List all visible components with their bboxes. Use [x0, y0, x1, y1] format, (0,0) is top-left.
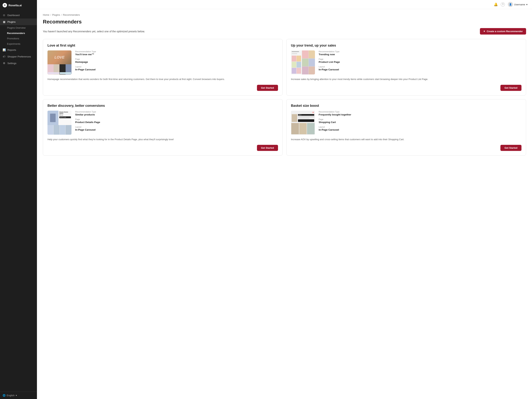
page-label-basket: Page	[319, 118, 521, 120]
user-chevron-icon: ▾	[526, 3, 528, 6]
basket-close-icon: ✕	[312, 111, 314, 114]
rec-type-value-basket: Frequently bought together	[319, 113, 521, 116]
trend-right-6	[309, 66, 315, 75]
trend-right-4	[309, 58, 315, 66]
rec-type-value-love: You'll love me™	[75, 53, 278, 56]
globe-icon: 🌐	[3, 394, 6, 397]
breadcrumb-sep-1: /	[51, 13, 51, 16]
trend-thumb-6	[297, 68, 301, 74]
sidebar-nav: ⊙ Dashboard ▦ Plugins Plugins Overview R…	[0, 10, 37, 392]
card-love-at-first-sight: Love at first sight LOVE	[43, 39, 283, 95]
rec-type-label-love: Recommendation Type	[75, 51, 278, 53]
sidebar-item-label-settings: Settings	[7, 62, 16, 65]
basket-price-tag: $95.00	[298, 114, 314, 116]
card-basket-size-boost: Basket size boost ✕ $95.00	[286, 99, 526, 156]
layout-label-basket: Layout	[319, 126, 521, 128]
page-title: Recommenders	[43, 19, 526, 25]
avatar: 👤	[508, 2, 513, 7]
basket-top: ✕ $95.00	[291, 111, 315, 123]
page-value-love: Homepage	[75, 61, 278, 63]
card-info-basket: Recommendation Type Frequently bought to…	[319, 111, 521, 135]
sidebar-item-label-reports: Reports	[7, 49, 16, 51]
card-meta-layout-love: Layout In-Page Carousel	[75, 66, 278, 71]
sidebar-subitem-plugins-overview[interactable]: Plugins Overview	[0, 25, 37, 31]
username-label: Username	[514, 3, 525, 6]
basket-rec-1	[291, 123, 299, 134]
sidebar-item-dashboard[interactable]: ⊙ Dashboard	[0, 12, 37, 19]
basket-item-details: $95.00	[298, 114, 314, 122]
card-footer-basket: Get Started	[291, 145, 521, 151]
preview-similar-top: Classic Denim Jacket $59.00 ADD TO CART	[47, 111, 71, 125]
trend-grid	[292, 56, 301, 74]
trend-right-1	[302, 51, 309, 58]
card-description-basket: Increase AOV by upselling and cross-sell…	[291, 138, 521, 141]
trend-thumb-4	[297, 62, 301, 68]
page-value-trend: Product List Page	[319, 61, 521, 63]
sim-b2	[54, 125, 59, 135]
card-info-discovery: Recommendation Type Similar products Pag…	[75, 111, 278, 135]
card-body-love: LOVE	[47, 51, 278, 75]
card-meta-layout-basket: Layout In-Page Carousel	[319, 126, 521, 131]
sidebar-item-reports[interactable]: 📊 Reports	[0, 47, 37, 53]
breadcrumb-sep-2: /	[61, 13, 62, 16]
subtitle-row: You haven't launched any Recommenders ye…	[43, 28, 526, 35]
page-label-discovery: Page	[75, 118, 278, 120]
sidebar-item-shopper-preferences[interactable]: 🏷 Shopper Preferences	[0, 53, 37, 60]
card-title-discovery: Better discovery, better conversions	[47, 104, 278, 108]
card-meta-layout-discovery: Layout In-Page Carousel	[75, 126, 278, 131]
sidebar-subitem-promotions[interactable]: Promotions	[0, 36, 37, 41]
page-label-love: Page	[75, 58, 278, 60]
svg-rect-0	[50, 114, 56, 122]
reports-icon: 📊	[3, 48, 6, 51]
help-icon[interactable]: ?	[501, 2, 505, 6]
shopper-preferences-icon: 🏷	[3, 55, 6, 58]
card-meta-rec-type-love: Recommendation Type You'll love me™	[75, 51, 278, 56]
get-started-button-basket[interactable]: Get Started	[500, 145, 521, 151]
get-started-button-trend[interactable]: Get Started	[500, 85, 521, 91]
card-description-discovery: Help your customers quickly find what th…	[47, 138, 278, 141]
trend-line-1	[292, 51, 299, 52]
topbar: 🔔 ? 👤 Username ▾	[37, 0, 532, 9]
layout-value-love: In-Page Carousel	[75, 68, 278, 71]
breadcrumb: Home / Plugins / Recommenders	[43, 13, 526, 16]
card-preview-love: LOVE	[47, 51, 71, 75]
notification-icon[interactable]: 🔔	[494, 2, 498, 6]
sidebar-item-plugins[interactable]: ▦ Plugins	[0, 19, 37, 25]
card-title-trend: Up your trend, up your sales	[291, 44, 521, 47]
page-content: Home / Plugins / Recommenders Recommende…	[37, 9, 532, 399]
card-meta-layout-trend: Layout In-Page Carousel	[319, 66, 521, 71]
basket-item-row: $95.00	[291, 114, 315, 123]
rec-type-label-discovery: Recommendation Type	[75, 111, 278, 113]
breadcrumb-plugins[interactable]: Plugins	[52, 13, 60, 16]
sidebar-logo[interactable]: R Rosetta.ai	[0, 0, 37, 10]
create-recommender-button[interactable]: ✦ Create a custom Recommender	[480, 28, 526, 35]
rec-type-label-basket: Recommendation Type	[319, 111, 521, 113]
page-value-basket: Shopping Cart	[319, 121, 521, 124]
get-started-button-love[interactable]: Get Started	[257, 85, 278, 91]
create-button-label: Create a custom Recommender	[487, 30, 523, 33]
card-better-discovery: Better discovery, better conversions	[43, 99, 283, 156]
sim-main-image	[47, 111, 58, 125]
sidebar-subitem-recommenders[interactable]: Recommenders	[0, 31, 37, 36]
breadcrumb-home[interactable]: Home	[43, 13, 49, 16]
card-body-basket: ✕ $95.00	[291, 111, 521, 135]
get-started-button-discovery[interactable]: Get Started	[257, 145, 278, 151]
sidebar-language-switcher[interactable]: 🌐 English ▾	[0, 392, 37, 399]
page-value-discovery: Product Details Page	[75, 121, 278, 124]
layout-label-love: Layout	[75, 66, 278, 68]
sim-b1	[47, 125, 53, 135]
card-preview-trend	[291, 51, 315, 75]
basket-item-image	[292, 114, 297, 122]
trend-right-5	[302, 66, 309, 75]
layout-value-discovery: In-Page Carousel	[75, 128, 278, 131]
dashboard-icon: ⊙	[3, 14, 6, 17]
rec-type-value-discovery: Similar products	[75, 113, 278, 116]
user-menu[interactable]: 👤 Username ▾	[508, 2, 528, 7]
sidebar-item-settings[interactable]: ⚙ Settings	[0, 60, 37, 66]
main-content: 🔔 ? 👤 Username ▾ Home / Plugins / Recomm…	[37, 0, 532, 399]
card-up-your-trend: Up your trend, up your sales	[286, 39, 526, 95]
card-footer-trend: Get Started	[291, 85, 521, 91]
rec-type-value-trend: Trending now	[319, 53, 521, 56]
sidebar-subitem-experiments[interactable]: Experiments	[0, 41, 37, 47]
card-meta-page-discovery: Page Product Details Page	[75, 118, 278, 124]
